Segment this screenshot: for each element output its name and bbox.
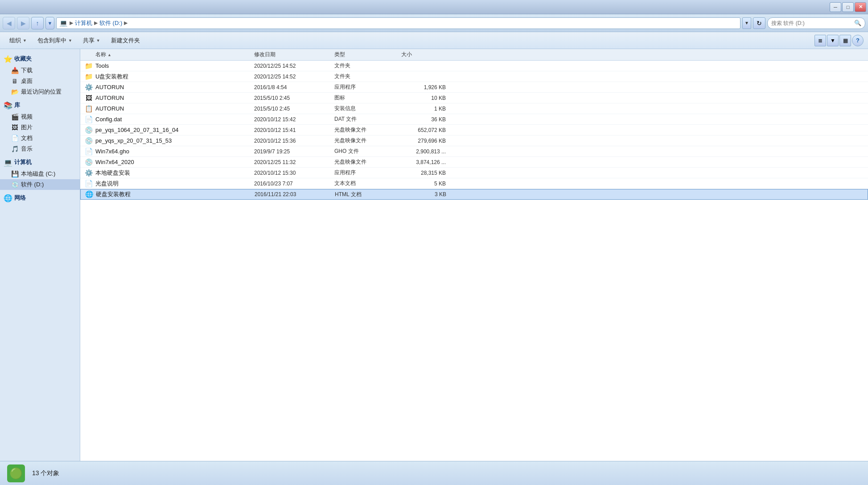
file-size-cell: 28,315 KB xyxy=(401,170,455,176)
sidebar-item-downloads[interactable]: 📥 下载 xyxy=(0,65,80,76)
recent-label: 最近访问的位置 xyxy=(21,88,62,96)
view-toggle-button[interactable]: ≣ xyxy=(815,35,826,46)
maximize-button[interactable]: □ xyxy=(842,2,854,12)
back-button[interactable]: ◀ xyxy=(3,17,15,29)
file-name-cell: 📄 Win7x64.gho xyxy=(85,148,254,156)
videos-icon: 🎬 xyxy=(11,113,19,121)
file-icon: 🌐 xyxy=(85,190,93,198)
sidebar-item-recent[interactable]: 📂 最近访问的位置 xyxy=(0,86,80,97)
file-type-cell: 图标 xyxy=(334,94,401,102)
recent-button[interactable]: ▼ xyxy=(45,17,54,29)
sidebar-computer-header[interactable]: 💻 计算机 xyxy=(0,156,80,169)
table-row[interactable]: 🖼 AUTORUN 2015/5/10 2:45 图标 10 KB xyxy=(80,93,868,103)
view-dropdown-button[interactable]: ▼ xyxy=(827,35,839,46)
organize-arrow-icon: ▼ xyxy=(23,38,27,43)
sidebar-item-videos[interactable]: 🎬 视频 xyxy=(0,111,80,122)
share-button[interactable]: 共享 ▼ xyxy=(78,34,105,47)
organize-button[interactable]: 组织 ▼ xyxy=(4,34,32,47)
up-button[interactable]: ↑ xyxy=(31,17,44,29)
file-name-label: U盘安装教程 xyxy=(95,73,128,81)
table-row[interactable]: ⚙️ 本地硬盘安装 2020/10/12 15:30 应用程序 28,315 K… xyxy=(80,168,868,178)
column-header-date[interactable]: 修改日期 xyxy=(254,51,334,58)
file-size-cell: 3,874,126 ... xyxy=(401,159,455,165)
sidebar-item-music[interactable]: 🎵 音乐 xyxy=(0,144,80,154)
pictures-icon: 🖼 xyxy=(11,123,19,132)
forward-button[interactable]: ▶ xyxy=(17,17,29,29)
include-library-button[interactable]: 包含到库中 ▼ xyxy=(33,34,77,47)
file-icon: ⚙️ xyxy=(85,83,93,91)
table-row[interactable]: 📋 AUTORUN 2015/5/10 2:45 安装信息 1 KB xyxy=(80,103,868,114)
file-icon: 📄 xyxy=(85,148,93,156)
breadcrumb-drive[interactable]: 软件 (D:) xyxy=(99,19,122,27)
file-date-cell: 2020/12/25 11:32 xyxy=(254,159,334,165)
file-icon: 📁 xyxy=(85,73,93,81)
title-bar: ─ □ ✕ xyxy=(0,0,868,14)
file-size-cell: 652,072 KB xyxy=(401,127,455,133)
table-row[interactable]: 💿 pe_yqs_xp_20_07_31_15_53 2020/10/12 15… xyxy=(80,136,868,146)
videos-label: 视频 xyxy=(21,113,33,121)
file-icon: 📄 xyxy=(85,115,93,123)
address-dropdown-button[interactable]: ▼ xyxy=(742,17,751,29)
include-library-arrow-icon: ▼ xyxy=(68,38,72,43)
search-input[interactable] xyxy=(771,20,852,26)
column-header-type[interactable]: 类型 xyxy=(334,51,401,58)
organize-label: 组织 xyxy=(9,37,21,45)
column-header-name[interactable]: 名称 ▲ xyxy=(85,51,254,58)
file-type-cell: 光盘映像文件 xyxy=(334,126,401,134)
breadcrumb-computer[interactable]: 计算机 xyxy=(75,19,92,27)
table-row[interactable]: 📁 Tools 2020/12/25 14:52 文件夹 xyxy=(80,61,868,71)
local-c-icon: 💾 xyxy=(11,170,19,178)
sidebar-section-network: 🌐 网络 xyxy=(0,192,80,204)
file-date-cell: 2016/11/21 22:03 xyxy=(255,191,335,197)
table-row[interactable]: 📄 光盘说明 2016/10/23 7:07 文本文档 5 KB xyxy=(80,178,868,189)
file-icon: 📋 xyxy=(85,105,93,113)
new-folder-button[interactable]: 新建文件夹 xyxy=(106,34,145,47)
address-bar: ◀ ▶ ↑ ▼ 💻 ▶ 计算机 ▶ 软件 (D:) ▶ ▼ ↻ 🔍 xyxy=(0,14,868,32)
view-buttons: ≣ ▼ ▦ xyxy=(815,35,851,46)
computer-icon: 💻 xyxy=(4,158,12,167)
music-icon: 🎵 xyxy=(11,145,19,153)
sidebar-network-header[interactable]: 🌐 网络 xyxy=(0,192,80,204)
status-bar: 🟢 13 个对象 xyxy=(0,461,868,485)
music-label: 音乐 xyxy=(21,145,33,153)
sidebar-item-documents[interactable]: 📄 文档 xyxy=(0,133,80,144)
table-row[interactable]: 🌐 硬盘安装教程 2016/11/21 22:03 HTML 文档 3 KB xyxy=(80,189,868,200)
network-icon: 🌐 xyxy=(4,193,12,202)
close-button[interactable]: ✕ xyxy=(855,2,866,12)
table-row[interactable]: 📄 Config.dat 2020/10/12 15:42 DAT 文件 36 … xyxy=(80,114,868,125)
file-name-label: Tools xyxy=(95,62,109,69)
table-row[interactable]: 📁 U盘安装教程 2020/12/25 14:52 文件夹 xyxy=(80,71,868,82)
sidebar: ⭐ 收藏夹 📥 下载 🖥 桌面 📂 最近访问的位置 📚 库 xyxy=(0,49,80,461)
name-sort-icon: ▲ xyxy=(107,53,111,57)
table-row[interactable]: ⚙️ AUTORUN 2016/1/8 4:54 应用程序 1,926 KB xyxy=(80,82,868,93)
file-name-label: Win7x64_2020 xyxy=(95,159,134,165)
search-icon[interactable]: 🔍 xyxy=(854,20,861,26)
preview-button[interactable]: ▦ xyxy=(839,35,851,46)
sidebar-favorites-header[interactable]: ⭐ 收藏夹 xyxy=(0,53,80,65)
table-row[interactable]: 💿 pe_yqs_1064_20_07_31_16_04 2020/10/12 … xyxy=(80,125,868,136)
table-row[interactable]: 📄 Win7x64.gho 2019/9/7 19:25 GHO 文件 2,90… xyxy=(80,146,868,157)
refresh-button[interactable]: ↻ xyxy=(753,17,765,29)
sidebar-library-header[interactable]: 📚 库 xyxy=(0,99,80,111)
software-d-icon: 💿 xyxy=(11,181,19,189)
help-button[interactable]: ? xyxy=(852,35,864,46)
documents-icon: 📄 xyxy=(11,134,19,142)
file-date-cell: 2015/5/10 2:45 xyxy=(254,95,334,101)
file-size-cell: 36 KB xyxy=(401,116,455,123)
downloads-label: 下载 xyxy=(21,66,33,74)
sidebar-item-local-c[interactable]: 💾 本地磁盘 (C:) xyxy=(0,169,80,179)
toolbar: 组织 ▼ 包含到库中 ▼ 共享 ▼ 新建文件夹 ≣ ▼ ▦ ? xyxy=(0,32,868,49)
minimize-button[interactable]: ─ xyxy=(830,2,841,12)
sidebar-item-desktop[interactable]: 🖥 桌面 xyxy=(0,76,80,86)
file-size-cell: 1,926 KB xyxy=(401,84,455,90)
file-date-cell: 2020/10/12 15:42 xyxy=(254,116,334,123)
file-date-cell: 2020/10/12 15:30 xyxy=(254,170,334,176)
file-name-cell: 📁 U盘安装教程 xyxy=(85,73,254,81)
sidebar-item-pictures[interactable]: 🖼 图片 xyxy=(0,122,80,133)
file-name-label: 本地硬盘安装 xyxy=(95,169,130,177)
search-bar: 🔍 xyxy=(767,17,865,29)
file-size-cell: 279,696 KB xyxy=(401,138,455,144)
table-row[interactable]: 💿 Win7x64_2020 2020/12/25 11:32 光盘映像文件 3… xyxy=(80,157,868,168)
sidebar-item-software-d[interactable]: 💿 软件 (D:) xyxy=(0,179,80,190)
column-header-size[interactable]: 大小 xyxy=(401,51,455,58)
